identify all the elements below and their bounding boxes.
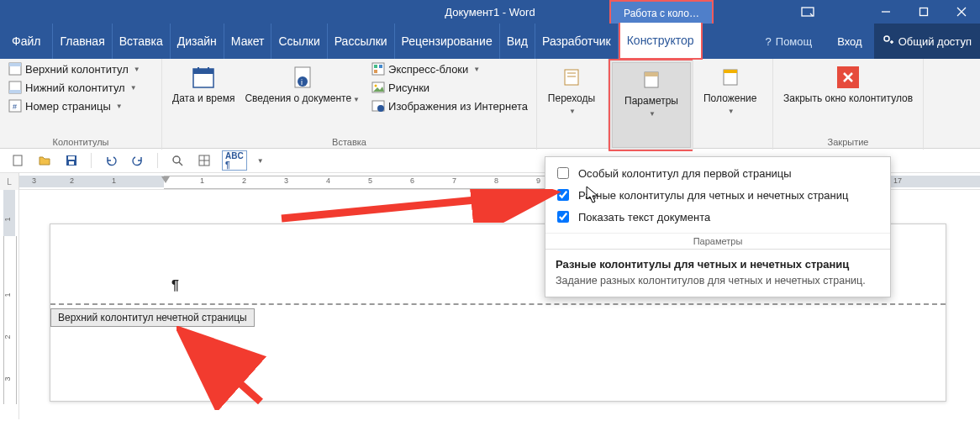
options-popup: Особый колонтитул для первой страницы Ра… — [545, 156, 891, 297]
svg-text:#: # — [13, 103, 17, 111]
checkbox-different-first-page[interactable]: Особый колонтитул для первой страницы — [554, 162, 882, 184]
options-button[interactable]: Параметры▼ — [612, 62, 691, 148]
close-x-icon — [837, 66, 859, 88]
contextual-tab-container: Конструктор — [619, 23, 703, 60]
group-label-close: Закрытие — [778, 135, 918, 150]
svg-point-24 — [375, 85, 377, 87]
popup-section-label: Параметры — [545, 233, 890, 249]
tooltip-description: Задание разных колонтитулов для четных и… — [556, 274, 880, 288]
tab-designer-context[interactable]: Конструктор — [620, 23, 701, 58]
svg-rect-2 — [919, 8, 927, 16]
quick-parts-button[interactable]: Экспресс-блоки▼ — [368, 60, 531, 77]
goto-icon — [562, 68, 581, 87]
close-window-button[interactable] — [942, 0, 980, 24]
ruler-number: 4 — [326, 176, 330, 185]
checkbox-input-first-page[interactable] — [557, 167, 569, 179]
window-title: Документ1 - Word — [0, 0, 980, 24]
qat-new-icon[interactable] — [8, 151, 27, 170]
tab-file[interactable]: Файл — [0, 24, 53, 59]
group-label-hf: Колонтитулы — [5, 135, 156, 150]
tab-review[interactable]: Рецензирование — [395, 24, 500, 59]
svg-rect-7 — [9, 63, 21, 66]
group-label-position — [698, 135, 767, 150]
annotation-arrow-2 — [177, 326, 277, 410]
tab-insert[interactable]: Вставка — [113, 24, 171, 59]
ruler-number: 1 — [200, 176, 204, 185]
header-boundary-line — [50, 303, 946, 305]
quick-parts-icon — [371, 62, 385, 76]
group-header-footer: Верхний колонтитул▼ Нижний колонтитул▼ #… — [0, 59, 162, 150]
tell-me-help[interactable]: ?Помощ — [752, 35, 826, 48]
ruler-number: 5 — [368, 176, 372, 185]
group-position: Положение▼ — [693, 59, 773, 150]
footer-dropdown[interactable]: Нижний колонтитул▼ — [5, 79, 144, 96]
qat-save-icon[interactable] — [62, 151, 81, 170]
tooltip-title: Разные колонтитулы для четных и нечетных… — [556, 258, 880, 271]
group-label-insert: Вставка — [167, 135, 531, 150]
group-close: Закрыть окно колонтитулов Закрытие — [773, 59, 924, 150]
vertical-ruler[interactable]: 1 1 2 3 — [0, 190, 19, 419]
header-section-tag: Верхний колонтитул нечетной страницы — [50, 308, 255, 327]
svg-point-40 — [173, 156, 180, 163]
svg-rect-22 — [374, 70, 377, 73]
svg-text:i: i — [301, 78, 303, 87]
ribbon-display-options-icon[interactable] — [791, 0, 825, 24]
qat-redo-icon[interactable] — [129, 151, 147, 170]
tab-design[interactable]: Дизайн — [171, 24, 224, 59]
svg-point-17 — [298, 76, 308, 87]
goto-button[interactable]: Переходы▼ — [542, 60, 601, 118]
svg-rect-33 — [724, 70, 737, 73]
qat-print-preview-icon[interactable] — [168, 151, 187, 170]
tab-home[interactable]: Главная — [53, 24, 112, 59]
contextual-tab-label: Работа с коло… — [609, 0, 714, 25]
checkbox-show-document-text[interactable]: Показать текст документа — [554, 206, 882, 228]
tab-developer[interactable]: Разработчик — [535, 24, 619, 59]
close-header-footer-button[interactable]: Закрыть окно колонтитулов — [778, 60, 918, 104]
page-number-icon: # — [8, 99, 22, 113]
tab-selector[interactable]: L — [0, 173, 19, 190]
document-info-button[interactable]: i Сведения о документе▼ — [240, 60, 365, 106]
online-pictures-icon — [371, 99, 385, 113]
position-button[interactable]: Положение▼ — [698, 60, 761, 118]
page-number-dropdown[interactable]: # Номер страницы▼ — [5, 97, 144, 114]
svg-rect-13 — [193, 69, 213, 74]
online-pictures-button[interactable]: Изображения из Интернета — [368, 97, 531, 114]
svg-rect-31 — [645, 72, 658, 76]
pictures-button[interactable]: Рисунки — [368, 79, 531, 96]
ruler-number: 3 — [284, 176, 288, 185]
minimize-button[interactable] — [867, 0, 904, 24]
svg-point-26 — [377, 105, 384, 112]
qat-table-icon[interactable] — [195, 151, 213, 170]
annotation-arrow-1 — [277, 189, 563, 223]
options-icon — [642, 71, 661, 89]
ruler-number: 8 — [494, 176, 498, 185]
ribbon-tabs: Файл Главная Вставка Дизайн Макет Ссылки… — [0, 24, 980, 59]
qat-undo-icon[interactable] — [102, 151, 120, 170]
svg-rect-20 — [374, 65, 377, 68]
indent-marker-icon[interactable] — [161, 173, 171, 190]
tab-layout[interactable]: Макет — [224, 24, 272, 59]
svg-rect-21 — [379, 65, 382, 68]
ruler-number: 6 — [410, 176, 414, 185]
share-button[interactable]: Общий доступ — [874, 24, 980, 59]
checkbox-odd-even-pages[interactable]: Разные колонтитулы для четных и нечетных… — [554, 184, 882, 206]
qat-customize-dropdown[interactable]: ▼ — [257, 157, 264, 165]
ruler-number: 1 — [112, 176, 116, 185]
doc-info-icon: i — [291, 66, 314, 89]
header-dropdown[interactable]: Верхний колонтитул▼ — [5, 60, 144, 77]
tab-references[interactable]: Ссылки — [271, 24, 327, 59]
mouse-cursor-icon — [586, 186, 601, 204]
date-time-button[interactable]: Дата и время — [167, 60, 240, 104]
tab-mailings[interactable]: Рассылки — [328, 24, 395, 59]
ribbon: Верхний колонтитул▼ Нижний колонтитул▼ #… — [0, 59, 980, 149]
svg-rect-38 — [68, 156, 75, 160]
ruler-number: 3 — [32, 176, 36, 185]
svg-line-45 — [282, 193, 546, 218]
qat-open-icon[interactable] — [35, 151, 54, 170]
qat-paragraph-icon[interactable]: ABC¶ — [222, 150, 247, 171]
sign-in-link[interactable]: Вход — [825, 35, 873, 48]
header-icon — [8, 62, 22, 76]
maximize-button[interactable] — [904, 0, 942, 24]
svg-rect-39 — [69, 161, 74, 165]
tab-view[interactable]: Вид — [500, 24, 535, 59]
